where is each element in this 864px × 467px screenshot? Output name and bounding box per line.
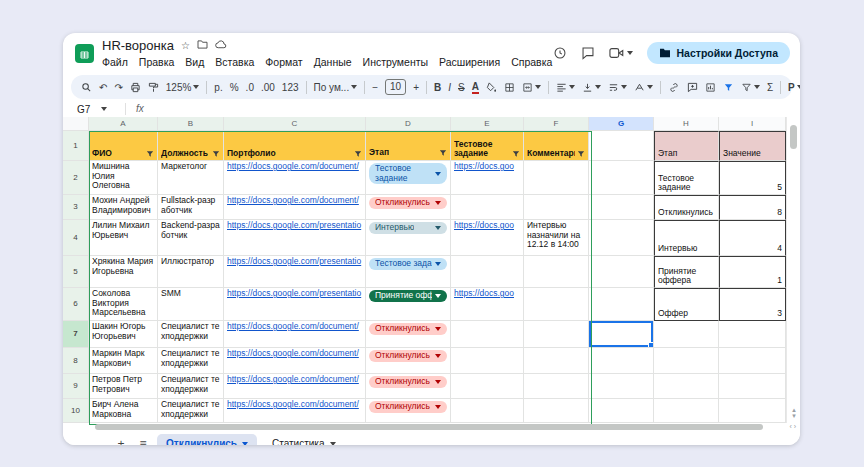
cell-g8[interactable] [589, 348, 654, 374]
cell-fio[interactable]: Лилин Михаил Юрьевич [89, 220, 158, 256]
header-portfolio[interactable]: Портфолио [224, 131, 366, 161]
cell-role[interactable]: Иллюстратор [158, 256, 224, 288]
fill-color-icon[interactable] [486, 82, 497, 93]
version-history-icon[interactable] [553, 46, 567, 60]
column-header-c[interactable]: C [224, 117, 366, 131]
cell-portfolio[interactable]: https://docs.google.com/document/ [224, 195, 366, 220]
paint-format-icon[interactable] [148, 82, 159, 93]
cell-g6[interactable] [589, 288, 654, 321]
scrollbar-buttons[interactable]: ▴▾ [788, 407, 800, 419]
row-number[interactable]: 9 [63, 374, 89, 399]
stats-header-value[interactable]: Значение [719, 131, 786, 161]
stage-chip[interactable]: Откликнулись [369, 376, 447, 388]
cell-g3[interactable] [589, 195, 654, 220]
cell-fio[interactable]: Мохин Андрей Владимирович [89, 195, 158, 220]
strikethrough-button[interactable]: S [458, 82, 465, 93]
sheet-tab-statistics[interactable]: Статистика [263, 434, 345, 445]
cell-test-link[interactable]: https://docs.goo [451, 161, 524, 195]
zoom-select[interactable]: 125% [166, 82, 200, 93]
stats-header-stage[interactable]: Этап [654, 131, 719, 161]
stage-chip[interactable]: Откликнулись [369, 350, 447, 362]
document-title[interactable]: HR-воронка [102, 38, 174, 53]
cell-i8[interactable] [719, 348, 786, 374]
cell-stage[interactable]: Откликнулись [366, 195, 451, 220]
cell-role[interactable]: Специалист техподдержки [158, 321, 224, 348]
row-number[interactable]: 1 [63, 131, 89, 161]
filter-icon[interactable] [723, 82, 734, 93]
cell-comment[interactable] [524, 399, 589, 423]
cell-portfolio[interactable]: https://docs.google.com/document/ [224, 374, 366, 399]
sheets-logo-icon[interactable] [75, 44, 94, 63]
cell-test-link[interactable] [451, 321, 524, 348]
cell-role[interactable]: Специалист техподдержки [158, 348, 224, 374]
filter-views-icon[interactable] [741, 82, 760, 93]
cell-comment[interactable] [524, 161, 589, 195]
cell-comment[interactable] [524, 195, 589, 220]
cell-i9[interactable] [719, 374, 786, 399]
horizontal-align-icon[interactable] [556, 82, 575, 93]
cell-g10[interactable] [589, 399, 654, 423]
cell-comment[interactable] [524, 288, 589, 321]
stage-chip[interactable]: Откликнулись [369, 197, 447, 209]
cell-role[interactable]: Backend-разработчик [158, 220, 224, 256]
italic-button[interactable]: I [448, 82, 451, 93]
cell-role[interactable]: SMM [158, 288, 224, 321]
header-fio[interactable]: ФИО [89, 131, 158, 161]
move-folder-icon[interactable] [197, 40, 208, 51]
decrease-decimal-button[interactable]: .0 [246, 82, 254, 93]
cell-role[interactable]: Fullstack-разработчик [158, 195, 224, 220]
cell-role[interactable]: Специалист техподдержки [158, 399, 224, 423]
cell-portfolio[interactable]: https://docs.google.com/presentatio [224, 256, 366, 288]
menu-format[interactable]: Формат [265, 56, 302, 68]
cell-g5[interactable] [589, 256, 654, 288]
cell-h8[interactable] [654, 348, 719, 374]
stage-chip[interactable]: Тестовое зада... [369, 258, 447, 270]
decrease-font-button[interactable]: − [372, 82, 378, 93]
cell-portfolio[interactable]: https://docs.google.com/document/ [224, 348, 366, 374]
comments-icon[interactable] [581, 46, 595, 60]
cell-stage[interactable]: Тестовое задание [366, 161, 451, 195]
redo-icon[interactable]: ↷ [114, 82, 122, 93]
cell-test-link[interactable] [451, 348, 524, 374]
cell-test-link[interactable]: https://docs.goo [451, 220, 524, 256]
row-number[interactable]: 2 [63, 161, 89, 195]
name-box[interactable]: G7 [63, 104, 115, 115]
stats-value[interactable]: 4 [719, 220, 786, 256]
cell-stage[interactable]: Откликнулись [366, 374, 451, 399]
font-select[interactable]: По ум... [314, 82, 358, 93]
cell-fio[interactable]: Маркин Марк Маркович [89, 348, 158, 374]
vertical-align-icon[interactable] [582, 82, 601, 93]
column-header-h[interactable]: H [654, 117, 719, 131]
menu-extensions[interactable]: Расширения [439, 56, 500, 68]
stage-chip[interactable]: Тестовое задание [369, 163, 447, 184]
stats-stage[interactable]: Принятие оффера [654, 256, 719, 288]
cell-stage[interactable]: Интервью [366, 220, 451, 256]
cell-portfolio[interactable]: https://docs.google.com/presentatio [224, 220, 366, 256]
cell-h7[interactable] [654, 321, 719, 348]
menu-file[interactable]: Файл [102, 56, 128, 68]
row-number[interactable]: 5 [63, 256, 89, 288]
stats-stage[interactable]: Откликнулись [654, 195, 719, 220]
menu-help[interactable]: Справка [511, 56, 552, 68]
active-cell-g7[interactable] [589, 321, 654, 348]
stats-stage[interactable]: Тестовое задание [654, 161, 719, 195]
add-sheet-icon[interactable]: + [113, 437, 129, 446]
print-icon[interactable] [130, 82, 141, 93]
horizontal-scroll-arrows[interactable]: ‹ › [789, 423, 796, 430]
select-all-corner[interactable] [63, 117, 89, 131]
vertical-scrollbar[interactable]: ▴▾ [786, 117, 800, 423]
cell-g2[interactable] [589, 161, 654, 195]
cell-role[interactable]: Маркетолог [158, 161, 224, 195]
cell-portfolio[interactable]: https://docs.google.com/document/ [224, 399, 366, 423]
stats-stage[interactable]: Интервью [654, 220, 719, 256]
sheet-tab-active[interactable]: Откликнулись [157, 434, 257, 445]
menu-tools[interactable]: Инструменты [363, 56, 428, 68]
header-stage[interactable]: Этап [366, 131, 451, 161]
tab-dropdown-caret[interactable] [330, 442, 336, 446]
cell-i10[interactable] [719, 399, 786, 423]
cell-test-link[interactable] [451, 399, 524, 423]
cell-stage[interactable]: Откликнулись [366, 399, 451, 423]
header-comment[interactable]: Комментарий [524, 131, 589, 161]
cell-fio[interactable]: Хрякина Мария Игорьевна [89, 256, 158, 288]
cell-fio[interactable]: Мишнина Юлия Олеговна [89, 161, 158, 195]
